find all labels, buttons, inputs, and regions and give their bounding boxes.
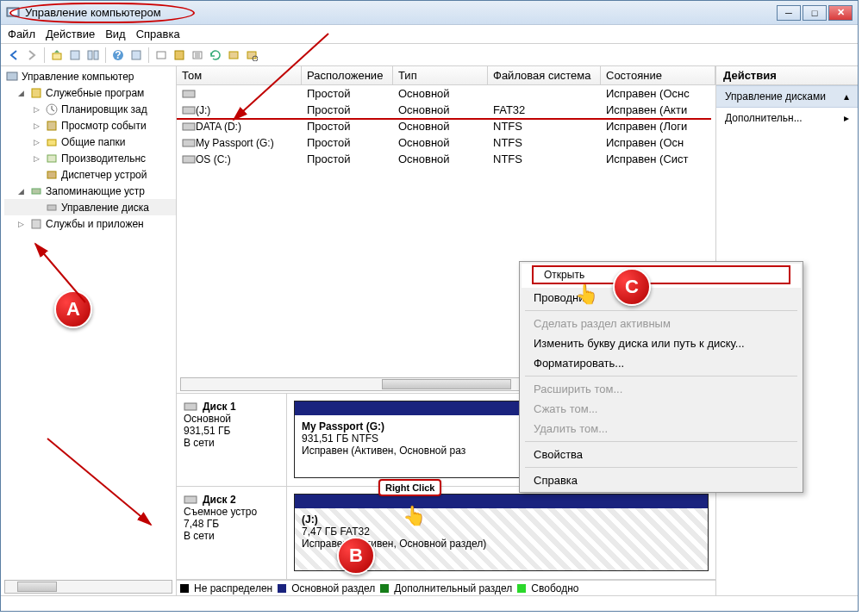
- volume-icon: [182, 121, 196, 132]
- svg-rect-13: [247, 52, 256, 59]
- col-fs[interactable]: Файловая система: [488, 66, 601, 84]
- svg-rect-3: [71, 51, 79, 59]
- minimize-button[interactable]: ─: [777, 5, 801, 21]
- svg-rect-16: [32, 89, 41, 97]
- svg-rect-10: [175, 51, 184, 59]
- menu-help[interactable]: Справка: [136, 28, 180, 40]
- close-button[interactable]: ✕: [828, 5, 853, 21]
- svg-rect-24: [32, 220, 41, 228]
- svg-rect-20: [47, 155, 56, 162]
- ctx-help[interactable]: Справка: [522, 470, 801, 490]
- disk1-info: Диск 1 Основной 931,51 ГБ В сети: [177, 394, 287, 486]
- annotation-cursor-c: 👆: [575, 283, 598, 306]
- svg-rect-1: [9, 9, 17, 15]
- disk2-info: Диск 2 Съемное устро 7,48 ГБ В сети: [177, 487, 287, 579]
- toolbar-icon-7[interactable]: [226, 47, 241, 63]
- statusbar: [1, 595, 858, 611]
- forward-button[interactable]: [24, 47, 40, 63]
- svg-rect-8: [132, 51, 141, 59]
- annotation-cursor-b: 👆: [403, 505, 426, 527]
- tree-utilities[interactable]: ◢Служебные програм: [4, 84, 176, 101]
- svg-rect-28: [183, 140, 195, 146]
- toolbar-icon-3[interactable]: [128, 47, 144, 63]
- tree-event-viewer[interactable]: ▷Просмотр событи: [4, 117, 176, 134]
- ctx-explore[interactable]: Проводник: [522, 288, 801, 308]
- annotation-badge-b: B: [337, 537, 375, 575]
- tree-shared-folders[interactable]: ▷Общие папки: [4, 134, 176, 150]
- volume-row[interactable]: DATA (D:)ПростойОсновнойNTFSИсправен (Ло…: [177, 118, 715, 134]
- toolbar: ?: [1, 44, 858, 66]
- svg-rect-23: [47, 205, 56, 210]
- svg-rect-2: [53, 53, 61, 59]
- svg-rect-25: [183, 90, 195, 97]
- svg-rect-21: [47, 171, 56, 178]
- volume-row[interactable]: OS (C:)ПростойОсновнойNTFSИсправен (Сист: [177, 151, 715, 167]
- legend: Не распределен Основной раздел Дополните…: [177, 580, 715, 595]
- col-volume[interactable]: Том: [177, 66, 302, 84]
- tree-device-manager[interactable]: ▷Диспетчер устрой: [4, 166, 176, 183]
- svg-rect-30: [184, 403, 197, 410]
- tree-disk-management[interactable]: ▷Управление диска: [4, 199, 176, 215]
- toolbar-icon-6[interactable]: [190, 47, 205, 63]
- ctx-open[interactable]: Открыть: [522, 264, 801, 288]
- menu-action[interactable]: Действие: [46, 28, 95, 40]
- tree-storage[interactable]: ◢Запоминающие устр: [4, 183, 176, 199]
- svg-rect-4: [88, 51, 92, 59]
- toolbar-icon-8[interactable]: [244, 47, 259, 63]
- svg-rect-18: [47, 121, 56, 130]
- svg-rect-27: [183, 123, 195, 130]
- back-button[interactable]: [6, 47, 22, 63]
- col-status[interactable]: Состояние: [601, 66, 715, 84]
- toolbar-icon-1[interactable]: [67, 47, 83, 63]
- actions-more[interactable]: Дополнительн...▸: [716, 108, 858, 128]
- toolbar-icon-5[interactable]: [172, 47, 187, 63]
- ctx-make-active: Сделать раздел активным: [522, 314, 801, 333]
- tree-task-scheduler[interactable]: ▷Планировщик зад: [4, 101, 176, 117]
- up-button[interactable]: [49, 47, 65, 63]
- ctx-format[interactable]: Форматировать...: [522, 353, 801, 373]
- context-menu: Открыть Проводник Сделать раздел активны…: [519, 261, 803, 493]
- volume-row[interactable]: My Passport (G:)ПростойОсновнойNTFSИспра…: [177, 134, 715, 151]
- volume-icon: [182, 105, 196, 115]
- toolbar-icon-2[interactable]: [85, 47, 101, 63]
- window-frame: Управление компьютером ─ □ ✕ Файл Действ…: [0, 0, 859, 612]
- nav-tree[interactable]: Управление компьютер ◢Служебные програм …: [1, 66, 177, 595]
- titlebar[interactable]: Управление компьютером ─ □ ✕: [1, 1, 858, 25]
- help-button[interactable]: ?: [110, 47, 126, 63]
- tree-performance[interactable]: ▷Производительнс: [4, 150, 176, 166]
- menubar: Файл Действие Вид Справка: [1, 25, 858, 44]
- ctx-delete: Удалить том...: [522, 419, 801, 439]
- volume-icon: [182, 138, 196, 148]
- annotation-badge-a: A: [54, 290, 92, 328]
- actions-diskmgmt[interactable]: Управление дисками▴: [716, 85, 858, 108]
- maximize-button[interactable]: □: [803, 5, 827, 21]
- svg-rect-9: [157, 52, 166, 59]
- volume-row[interactable]: ПростойОсновнойИсправен (Оснс: [177, 85, 715, 102]
- ctx-shrink: Сжать том...: [522, 399, 801, 419]
- volume-row[interactable]: (J:)ПростойОсновнойFAT32Исправен (Акти: [177, 102, 715, 118]
- ctx-change-letter[interactable]: Изменить букву диска или путь к диску...: [522, 333, 801, 353]
- app-icon: [6, 6, 20, 20]
- refresh-button[interactable]: [208, 47, 223, 63]
- window-title: Управление компьютером: [25, 6, 161, 19]
- svg-rect-15: [7, 72, 17, 80]
- col-layout[interactable]: Расположение: [302, 66, 393, 84]
- tree-root[interactable]: Управление компьютер: [4, 68, 176, 84]
- menu-view[interactable]: Вид: [105, 28, 126, 40]
- svg-text:?: ?: [115, 49, 121, 61]
- collapse-icon: ▴: [844, 90, 849, 103]
- actions-header: Действия: [716, 66, 858, 85]
- svg-rect-19: [47, 140, 56, 146]
- ctx-extend: Расширить том...: [522, 379, 801, 399]
- menu-file[interactable]: Файл: [8, 28, 35, 40]
- tree-services[interactable]: ▷Службы и приложен: [4, 215, 176, 232]
- volume-grid-body: ПростойОсновнойИсправен (Оснс(J:)Простой…: [177, 85, 715, 202]
- col-type[interactable]: Тип: [393, 66, 488, 84]
- annotation-rightclick-tip: Right Click: [378, 479, 441, 496]
- svg-rect-22: [32, 189, 41, 194]
- svg-rect-31: [184, 496, 197, 503]
- volume-icon: [182, 89, 196, 99]
- tree-hscroll[interactable]: [4, 580, 172, 594]
- ctx-properties[interactable]: Свойства: [522, 445, 801, 464]
- toolbar-icon-4[interactable]: [153, 47, 169, 63]
